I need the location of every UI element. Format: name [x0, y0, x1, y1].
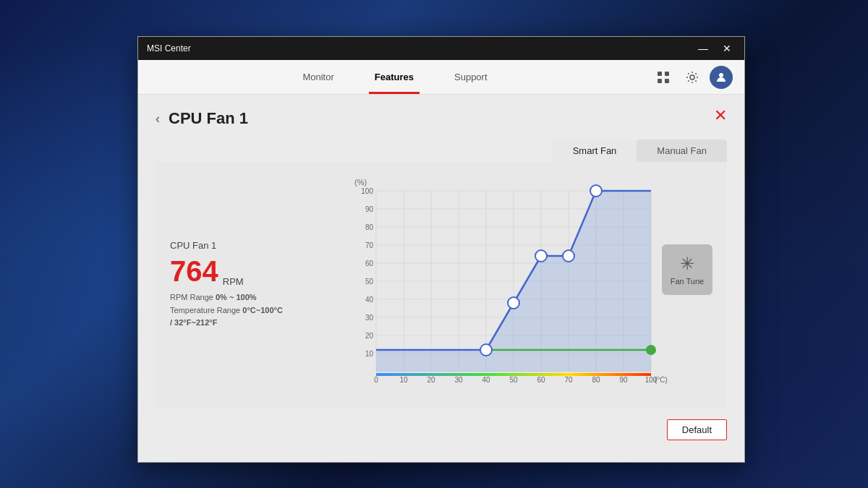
tab-features[interactable]: Features: [369, 60, 420, 94]
nav-icons: [652, 66, 744, 89]
temp-range-label: Temperature Range: [170, 306, 240, 314]
curve-point-4[interactable]: [563, 250, 574, 262]
svg-text:80: 80: [592, 376, 600, 384]
fan-curve-chart: (%): [300, 176, 712, 393]
svg-text:100: 100: [361, 187, 373, 195]
app-window: MSI Center — ✕ Monitor Features Support: [137, 36, 745, 463]
nav-bar: Monitor Features Support: [138, 60, 744, 95]
tab-support[interactable]: Support: [448, 60, 493, 94]
fan-rpm-unit: RPM: [223, 276, 244, 287]
svg-rect-3: [665, 79, 669, 83]
svg-text:10: 10: [365, 350, 374, 358]
svg-text:80: 80: [365, 223, 374, 231]
svg-text:20: 20: [427, 376, 435, 384]
minimize-button[interactable]: —: [694, 42, 712, 55]
close-window-button[interactable]: ✕: [718, 42, 736, 55]
svg-rect-2: [658, 79, 662, 83]
svg-text:0: 0: [374, 376, 378, 384]
svg-text:(%): (%): [354, 178, 367, 187]
svg-text:20: 20: [365, 332, 374, 340]
rpm-range-label: RPM Range: [170, 293, 213, 301]
curve-point-2[interactable]: [508, 297, 519, 309]
close-page-button[interactable]: ✕: [714, 106, 727, 125]
tab-smart-fan[interactable]: Smart Fan: [553, 140, 637, 162]
page-title: CPU Fan 1: [169, 109, 248, 128]
svg-text:70: 70: [365, 241, 374, 249]
fan-rpm-value: 764: [170, 255, 218, 287]
tab-monitor[interactable]: Monitor: [297, 60, 339, 94]
grid-icon[interactable]: [652, 66, 675, 89]
user-icon[interactable]: [710, 66, 733, 89]
fan-tune-label: Fan Tune: [671, 277, 704, 286]
svg-text:60: 60: [365, 260, 374, 267]
temp-color-bar: [376, 373, 651, 376]
fan-name-label: CPU Fan 1: [170, 240, 286, 251]
curve-point-1[interactable]: [480, 344, 492, 356]
content-area: ‹ CPU Fan 1 ✕ Smart Fan Manual Fan CPU F…: [138, 95, 744, 462]
curve-point-3[interactable]: [535, 250, 547, 262]
fan-tune-icon: ✳: [680, 254, 694, 274]
fan-tabs: Smart Fan Manual Fan: [138, 140, 744, 162]
svg-text:(°C): (°C): [655, 376, 668, 384]
curve-point-5[interactable]: [590, 185, 602, 197]
back-button[interactable]: ‹: [156, 111, 160, 127]
svg-text:10: 10: [399, 376, 408, 384]
fan-tune-button[interactable]: ✳ Fan Tune: [662, 244, 712, 295]
svg-text:90: 90: [365, 205, 374, 213]
svg-text:60: 60: [537, 376, 545, 384]
svg-rect-1: [665, 72, 669, 76]
svg-text:40: 40: [482, 376, 490, 384]
nav-tabs: Monitor Features Support: [138, 60, 652, 94]
svg-text:30: 30: [454, 376, 463, 384]
svg-text:50: 50: [365, 278, 374, 286]
rpm-range-value: 0% ~ 100%: [216, 293, 257, 301]
fan-range-info: RPM Range 0% ~ 100% Temperature Range 0°…: [170, 291, 286, 330]
main-panel: CPU Fan 1 764 RPM RPM Range 0% ~ 100% Te…: [156, 162, 727, 408]
app-title: MSI Center: [147, 43, 694, 53]
page-header: ‹ CPU Fan 1 ✕: [138, 95, 744, 140]
window-controls: — ✕: [694, 42, 736, 55]
default-button[interactable]: Default: [667, 419, 727, 440]
svg-text:30: 30: [365, 314, 374, 322]
bottom-bar: Default: [138, 419, 744, 452]
chart-area: (%): [300, 176, 712, 393]
green-dot: [646, 345, 656, 355]
settings-icon[interactable]: [681, 66, 704, 89]
svg-point-5: [719, 73, 723, 77]
tab-manual-fan[interactable]: Manual Fan: [637, 140, 727, 162]
svg-text:90: 90: [619, 376, 628, 384]
svg-text:40: 40: [365, 296, 374, 304]
fan-info: CPU Fan 1 764 RPM RPM Range 0% ~ 100% Te…: [170, 176, 286, 393]
title-bar: MSI Center — ✕: [138, 37, 744, 60]
svg-rect-0: [658, 72, 662, 76]
svg-point-4: [690, 75, 694, 80]
svg-text:70: 70: [564, 376, 573, 384]
svg-text:50: 50: [509, 376, 518, 384]
